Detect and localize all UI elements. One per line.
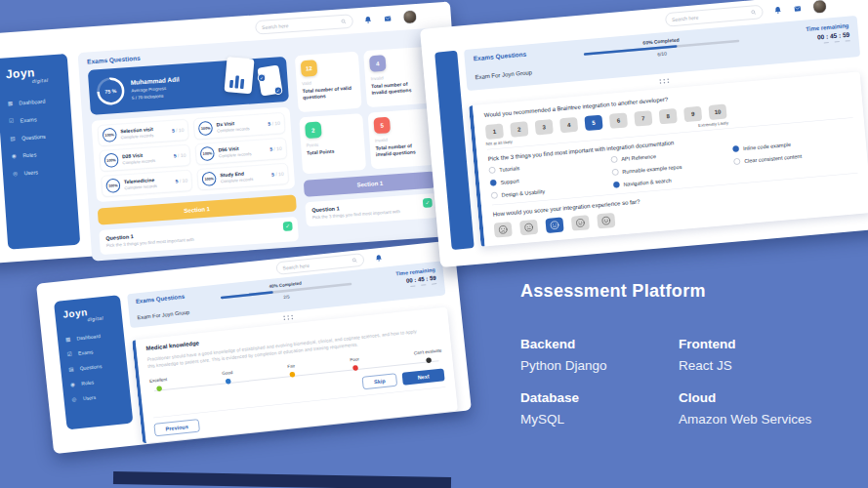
radio-icon-selected[interactable]: [490, 180, 497, 186]
mail-icon[interactable]: [383, 15, 393, 22]
record-subtitle: Complete records: [124, 183, 157, 190]
scale-tick-6[interactable]: 6: [609, 112, 628, 129]
mood-very-sad[interactable]: [494, 222, 513, 238]
sidebar-item-dashboard[interactable]: ▦Dashboard: [65, 330, 124, 343]
radio-icon[interactable]: [610, 156, 617, 163]
question-panel: Would you recommended a Braintree integr…: [469, 71, 868, 246]
search-placeholder: Search here: [262, 22, 289, 29]
exam-questions-window: Search here Exams Questions Exam For Joy…: [420, 0, 868, 267]
record-item[interactable]: 100% Dx VisitComplete records 5 / 10: [193, 112, 285, 140]
page-title: Exams Questions: [474, 50, 531, 62]
slider-dot[interactable]: [226, 378, 231, 384]
next-button[interactable]: Next: [402, 368, 445, 385]
stat-label: Total number of valid questions: [303, 84, 356, 101]
scale-tick-8[interactable]: 8: [659, 108, 678, 125]
search-placeholder: Search here: [672, 15, 699, 22]
user-avatar[interactable]: [812, 0, 827, 14]
record-item[interactable]: 100% Selection visitComplete records 5 /…: [98, 119, 189, 146]
mood-happy[interactable]: [571, 215, 590, 231]
slider-dot[interactable]: [426, 357, 432, 363]
radio-icon[interactable]: [733, 158, 740, 165]
record-percent-ring: 100%: [103, 153, 118, 168]
sidebar-item-exams[interactable]: ☑Exams: [66, 346, 125, 358]
slider-stop-cant-evaluate[interactable]: Can't evaluate: [414, 347, 443, 367]
record-item[interactable]: 100% Study EndComplete records 5 / 10: [197, 163, 289, 190]
bell-icon[interactable]: [773, 6, 783, 16]
sidebar-item-exams[interactable]: ☑Exams: [9, 113, 71, 124]
stat-label: Total number of invalid questions: [371, 80, 425, 97]
slider-stop-excellent[interactable]: Excellent: [149, 377, 169, 395]
scale-tick-2[interactable]: 2: [510, 121, 528, 138]
scale-tick-1[interactable]: 1Not at all likely: [485, 123, 504, 140]
user-avatar[interactable]: [402, 10, 417, 24]
roles-icon: ◉: [12, 152, 19, 159]
mood-very-happy[interactable]: [597, 213, 615, 229]
scale-tick-10[interactable]: 10Extremely Likely: [708, 103, 726, 120]
scale-tick-7[interactable]: 7: [634, 110, 652, 127]
radio-icon[interactable]: [612, 169, 619, 176]
scale-tick-9[interactable]: 9: [683, 106, 702, 123]
search-icon: [351, 257, 358, 264]
dashboard-main: Exams Questions 75 % Muhammad Adil Avera…: [78, 28, 449, 262]
neutral-face-icon: [550, 220, 560, 230]
radio-icon[interactable]: [491, 192, 498, 199]
profile-detail: 5 / 70 Inclusions: [132, 92, 181, 100]
search-input[interactable]: Search here: [255, 14, 353, 34]
slider-stop-good[interactable]: Good: [222, 370, 234, 387]
sidebar-item-questions[interactable]: ▤Questions: [10, 131, 72, 142]
sidebar-item-roles[interactable]: ◉Roles: [70, 376, 129, 388]
record-item[interactable]: 100% TelemedicineComplete records 5 / 10: [101, 170, 192, 197]
mail-icon[interactable]: [793, 5, 803, 13]
record-score: 5 / 10: [174, 152, 186, 158]
previous-button[interactable]: Previous: [154, 419, 200, 436]
search-placeholder: Search here: [282, 263, 310, 270]
scale-tick-5-selected[interactable]: 5: [584, 115, 602, 132]
slider-dot[interactable]: [352, 365, 358, 371]
radio-icon-selected[interactable]: [732, 145, 739, 152]
skip-button[interactable]: Skip: [362, 373, 397, 389]
radio-icon-selected[interactable]: [613, 182, 620, 188]
info-label-cloud: Cloud: [679, 390, 811, 405]
slider-dot[interactable]: [156, 386, 162, 391]
app-logo: Joyndigital: [62, 304, 122, 325]
search-input[interactable]: Search here: [665, 5, 764, 27]
info-value-database: MySQL: [520, 412, 679, 427]
sidebar: Joyndigital ▦Dashboard ☑Exams ▤Questions…: [54, 295, 133, 429]
slider-dot[interactable]: [289, 372, 295, 378]
sidebar-item-roles[interactable]: ◉Roles: [12, 148, 74, 159]
slider-stop-fair[interactable]: Fair: [287, 363, 296, 381]
slider-stop-poor[interactable]: Poor: [350, 356, 360, 374]
record-percent-ring: 100%: [202, 172, 217, 186]
dashboard-icon: ▦: [8, 100, 15, 106]
scale-tick-3[interactable]: 3: [535, 119, 554, 136]
bell-icon[interactable]: [363, 16, 373, 25]
sidebar-item-dashboard[interactable]: ▦Dashboard: [8, 96, 70, 106]
sidebar-item-questions[interactable]: ▤Questions: [68, 360, 127, 373]
info-value-backend: Python Django: [520, 358, 679, 373]
record-item[interactable]: 100% D56 VisitComplete records 5 / 10: [195, 138, 287, 165]
sidebar: Joyndigital ▦Dashboard ☑Exams ▤Questions…: [0, 54, 80, 250]
dashboard-icon: ▦: [65, 336, 72, 343]
records-panel: 100% Selection visitComplete records 5 /…: [91, 107, 295, 202]
mood-sad[interactable]: [519, 220, 538, 236]
scale-tick-4[interactable]: 4: [559, 117, 578, 134]
record-score: 5 / 10: [175, 178, 187, 183]
exam-name: Exam For Joyn Group: [475, 69, 532, 81]
sad-face-icon: [523, 223, 534, 233]
stat-value: 12: [301, 60, 318, 77]
info-label-frontend: Frontend: [679, 337, 811, 351]
record-item[interactable]: 100% D28 VisitComplete records 5 / 10: [100, 144, 191, 172]
dashboard-window: Search here Joyndigital ▦Dashboard ☑Exam…: [0, 1, 466, 264]
search-icon: [751, 9, 758, 16]
radio-icon[interactable]: [489, 167, 496, 174]
record-subtitle: Complete records: [122, 158, 155, 165]
section-header[interactable]: Section 1: [304, 171, 436, 196]
sidebar-item-users[interactable]: ◎Users: [71, 390, 130, 403]
roles-icon: ◉: [70, 381, 77, 387]
profile-banner: 75 % Muhammad Adil Average Progress 5 / …: [88, 57, 289, 115]
bell-icon[interactable]: [374, 254, 383, 263]
sidebar-item-users[interactable]: ◎Users: [13, 166, 75, 177]
questions-icon: ▤: [10, 135, 17, 142]
record-percent-ring: 100%: [105, 179, 120, 193]
mood-neutral-selected[interactable]: [545, 217, 563, 233]
